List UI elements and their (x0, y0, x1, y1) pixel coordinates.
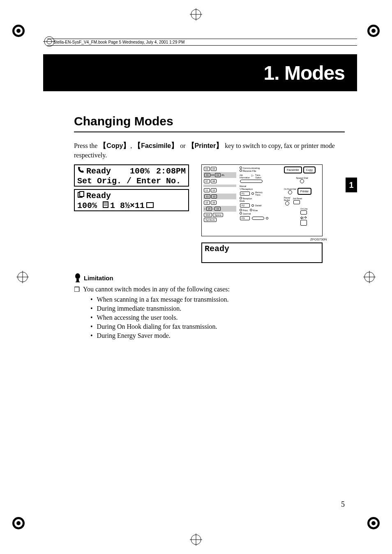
quickdial-03: 03 (204, 167, 210, 171)
registration-mark-tl (10, 23, 27, 39)
online-label: On Line (300, 208, 320, 210)
reception-mode-led (240, 197, 242, 199)
registration-mark-tr (365, 23, 382, 39)
header-rule-top (47, 39, 357, 39)
lcd-text: Ready (86, 191, 111, 201)
list-item: During On Hook dialing for fax transmiss… (90, 323, 345, 330)
crop-mark-left (16, 271, 29, 283)
quickdial-12: 12 (211, 188, 217, 192)
bracket-open-icon: 【 (134, 141, 141, 150)
svg-point-8 (16, 521, 21, 525)
symbols-key: Symbols (204, 218, 217, 222)
lcd-text: Ready (86, 166, 111, 176)
limitation-block: Limitation ❒ You cannot switch modes in … (74, 273, 345, 341)
checkbox-icon: ❒ (74, 286, 80, 293)
list-item: During immediate transmission. (90, 305, 345, 312)
jkl-label: JKL (221, 174, 225, 176)
control-panel-diagram: 0304 03GHI04JKL 0708 1112 1112 1516 ♫15⌣… (201, 164, 323, 236)
copy-icon (77, 191, 85, 201)
ghi-label: GHI (211, 174, 214, 176)
list-item: When scanning in a fax message for trans… (90, 296, 345, 303)
header-file-note: Stella-EN-SysF_V4_FM.book Page 5 Wednesd… (53, 40, 184, 44)
phone-icon (77, 166, 85, 176)
quickdial-07: 07 (204, 179, 210, 183)
pause-redial-button (285, 201, 289, 205)
communicating-led (240, 166, 242, 169)
quickdial-11: 11 (204, 188, 210, 192)
speed-dial-button (300, 179, 304, 183)
svg-point-34 (75, 273, 80, 279)
lcd-text: Ready (205, 244, 229, 254)
lcd-text: 100% (130, 166, 150, 176)
receive-file-led (240, 169, 242, 172)
quickdial-r16: 16 (214, 207, 221, 211)
svg-rect-33 (147, 203, 153, 208)
detail-label: Detail (255, 204, 261, 207)
online-button (300, 210, 307, 215)
quickdial-r03: 03 (204, 173, 210, 177)
svg-rect-36 (76, 282, 80, 282)
document-icon (103, 201, 108, 211)
power-button (300, 220, 307, 226)
journal-led (240, 212, 242, 215)
bracket-close-icon: 】 (216, 141, 223, 150)
svg-rect-28 (80, 192, 84, 196)
onhook-button (288, 190, 292, 194)
quickdial-08: 08 (211, 179, 217, 183)
diagram-code: ZFOS730N (310, 238, 327, 241)
bracket-close-icon: 】 (123, 141, 130, 150)
journal-label: Journal (243, 212, 251, 215)
key-label-copy: Copy (106, 142, 123, 149)
f3-led (266, 217, 268, 219)
lcd-text: Set Orig. / Enter No. (77, 176, 186, 186)
quickdial-16: 16 (211, 201, 217, 205)
lcd-text: 8½×11 (120, 201, 145, 211)
f3-bar-button (252, 217, 264, 220)
limitation-intro-text: You cannot switch modes in any of the fo… (83, 286, 230, 293)
section-underline (74, 132, 345, 132)
svg-point-2 (16, 29, 21, 33)
power-icon: ⏻/❖ (300, 216, 320, 219)
chapter-side-tab: 1 (346, 178, 357, 192)
svg-point-5 (371, 29, 376, 33)
job-reset-label: Job Reset (293, 197, 302, 200)
fine-led (250, 209, 252, 211)
para-text: or (178, 142, 187, 149)
detail-led (251, 204, 254, 207)
copy-mode-button: Copy (303, 166, 316, 173)
crop-mark-top (190, 8, 202, 21)
quickdial-15: 15 (204, 201, 210, 205)
list-item: During Energy Saver mode. (90, 332, 345, 339)
f2-key: F2 (240, 203, 250, 208)
key-label-printer: Printer (195, 142, 216, 149)
lcd-display-printer: Ready (201, 242, 323, 263)
list-item: When accessing the user tools. (90, 314, 345, 321)
side-tab-number: 1 (349, 180, 353, 190)
bracket-open-icon: 【 (99, 141, 106, 150)
crop-mark-right (363, 271, 376, 283)
bracket-open-icon: 【 (187, 141, 195, 150)
space-key: Space (213, 213, 223, 217)
pause-redial-label: Pause/ Redial (284, 196, 291, 201)
lcd-text: 1 (110, 201, 115, 211)
quickdial-04: 04 (211, 167, 217, 171)
chapter-title: 1. Modes (264, 62, 345, 84)
para-text: Press the (74, 142, 99, 149)
limitation-list: When scanning in a fax message for trans… (74, 296, 345, 339)
crop-mark-bottom (190, 533, 202, 546)
orientation-icon (146, 201, 154, 211)
receive-file-label: Receive File (243, 170, 256, 172)
header-rule-bottom (47, 45, 357, 46)
memory-trans-label: Memory Trans. (255, 191, 263, 196)
page-number: 5 (341, 500, 345, 509)
header-ring-icon (43, 35, 55, 48)
chapter-banner: 1. Modes (43, 54, 357, 91)
job-info-label: Job Information (240, 174, 250, 179)
svg-rect-29 (103, 202, 108, 208)
registration-mark-bl (10, 515, 27, 531)
f1-key: F1 (240, 192, 250, 196)
f3-key: F3 (240, 216, 250, 220)
quickdial-r04: 04 (215, 173, 221, 177)
fine-label: Fine (253, 209, 258, 212)
key-label-facsimile: Facsimile (141, 142, 171, 149)
